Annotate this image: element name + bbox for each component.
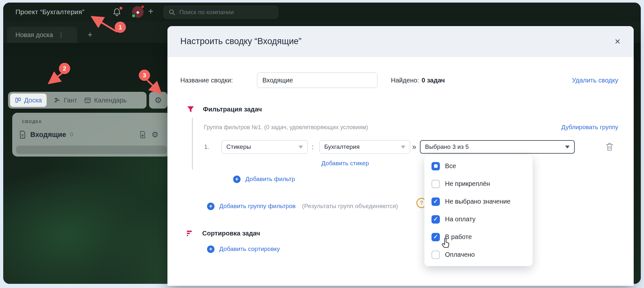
filter-field-dropdown[interactable]: Стикеры xyxy=(222,140,308,154)
avatar-logo-icon: ◆ xyxy=(136,10,139,14)
option-for-payment[interactable]: На оплату xyxy=(424,210,533,228)
found-value: 0 задач xyxy=(421,77,445,84)
add-sort-label: Добавить сортировку xyxy=(219,245,280,253)
gear-icon: ⚙ xyxy=(155,96,162,104)
values-dropdown-value: Выбрано 3 из 5 xyxy=(425,143,469,150)
filter-group-label: Группа фильтров №1. (0 задач, удовлетвор… xyxy=(204,123,368,132)
tab-calendar-label: Календарь xyxy=(94,97,127,104)
filter-group-row: Группа фильтров №1. (0 задач, удовлетвор… xyxy=(167,123,634,132)
search-input[interactable]: Поиск по компании xyxy=(164,6,278,19)
sort-section-header: Сортировка задач xyxy=(186,229,260,238)
board-view-icon xyxy=(15,97,21,103)
delete-summary-link[interactable]: Удалить сводку xyxy=(572,72,618,88)
tab-board-label: Доска xyxy=(24,97,42,104)
svg-text:31: 31 xyxy=(86,100,89,102)
board-settings-button[interactable]: ⚙ xyxy=(149,92,167,109)
plus-circle-icon xyxy=(207,203,214,210)
checkbox[interactable] xyxy=(431,251,440,259)
add-sticker-row: Добавить стикер xyxy=(321,159,369,168)
summary-name-label: Название сводки: xyxy=(180,72,233,88)
modal-title: Настроить сводку “Входящие” xyxy=(180,26,301,57)
avatar[interactable]: ◆ xyxy=(132,6,144,18)
add-sticker-link[interactable]: Добавить стикер xyxy=(321,160,369,167)
calendar-view-icon: 31 xyxy=(84,97,91,104)
avatar-badge-dot xyxy=(141,5,144,8)
option-all[interactable]: Все xyxy=(424,157,533,175)
checkbox[interactable] xyxy=(431,197,440,206)
filter-section-header: Фильтрация задач xyxy=(187,105,262,114)
add-sort-button[interactable]: Добавить сортировку xyxy=(207,244,280,254)
add-filter-group-button[interactable]: Добавить группу фильтров (Результаты гру… xyxy=(207,201,398,211)
chevron-down-icon xyxy=(298,146,303,149)
separator-colon: : xyxy=(312,140,314,154)
duplicate-group-link[interactable]: Дублировать группу xyxy=(561,123,618,132)
values-dropdown[interactable]: Выбрано 3 из 5 xyxy=(420,140,575,154)
tab-gantt-view[interactable]: Гант xyxy=(54,97,77,104)
view-switcher: Доска Гант 31 Календарь xyxy=(8,92,147,109)
option-no-value[interactable]: Не выбрано значение xyxy=(424,193,533,210)
filter-field-value: Стикеры xyxy=(226,143,251,150)
filter-condition-row: 1. Стикеры : Бухгалтерия » Выбрано 3 из … xyxy=(167,140,634,154)
notification-dot xyxy=(119,7,122,10)
modal-header: Настроить сводку “Входящие” ✕ xyxy=(167,26,634,57)
tab-calendar-view[interactable]: 31 Календарь xyxy=(84,97,127,104)
found-label: Найдено: xyxy=(391,77,419,84)
project-title[interactable]: Проект “Бухгалтерия” xyxy=(15,8,84,16)
search-icon xyxy=(168,9,175,16)
export-document-icon[interactable] xyxy=(139,130,146,139)
online-status-dot xyxy=(131,14,136,18)
summary-settings-modal: Настроить сводку “Входящие” ✕ Название с… xyxy=(167,26,634,286)
found-count: Найдено: 0 задач xyxy=(391,72,445,88)
summary-name-row: Название сводки: Найдено: 0 задач Удалит… xyxy=(167,72,634,88)
annotation-badge-2: 2 xyxy=(59,63,70,74)
summary-row[interactable]: Входящие 0 ⚙ xyxy=(19,129,164,140)
chevron-down-icon xyxy=(401,146,405,149)
summary-column-strip xyxy=(16,146,167,154)
annotation-badge-1: 1 xyxy=(115,22,126,33)
filter-row-index: 1. xyxy=(204,140,209,154)
group-union-note: (Результаты групп объединяются) xyxy=(302,203,398,210)
board-tab[interactable]: Новая доска ⋮ xyxy=(7,27,77,43)
summary-type-label: СВОДКА xyxy=(22,119,42,124)
sticker-dropdown[interactable]: Бухгалтерия xyxy=(319,140,410,154)
close-icon[interactable]: ✕ xyxy=(612,36,623,47)
plus-circle-icon xyxy=(207,245,214,253)
add-space-button[interactable]: + xyxy=(148,6,153,16)
sort-section-title: Сортировка задач xyxy=(202,230,260,237)
funnel-icon xyxy=(187,105,194,113)
add-group-label: Добавить группу фильтров xyxy=(219,203,296,210)
sticker-value: Бухгалтерия xyxy=(324,143,360,150)
tab-board-view[interactable]: Доска xyxy=(10,93,47,107)
option-paid[interactable]: Оплачено xyxy=(424,246,533,264)
board-tab-title: Новая доска xyxy=(15,31,53,39)
separator-guillemet: » xyxy=(412,140,416,154)
checkbox[interactable] xyxy=(431,233,440,241)
add-filter-button[interactable]: Добавить фильтр xyxy=(233,174,295,184)
tab-gantt-label: Гант xyxy=(64,97,77,104)
summary-count: 0 xyxy=(70,131,73,138)
summary-panel: СВОДКА Входящие 0 xyxy=(12,113,171,157)
summary-settings-gear-icon[interactable]: ⚙ xyxy=(151,131,158,139)
top-bar: Проект “Бухгалтерия” xyxy=(3,3,641,21)
board-tab-menu-icon[interactable]: ⋮ xyxy=(58,31,64,38)
values-dropdown-panel: Все Не прикреплён Не выбрано значение На… xyxy=(424,155,533,266)
notifications-button[interactable] xyxy=(112,7,122,17)
annotation-badge-3: 3 xyxy=(139,70,150,81)
option-in-progress[interactable]: В работе xyxy=(424,228,533,246)
summary-title: Входящие xyxy=(30,130,66,139)
document-icon xyxy=(19,130,26,139)
checkbox[interactable] xyxy=(431,180,440,188)
filter-section-title: Фильтрация задач xyxy=(203,106,262,113)
add-filter-label: Добавить фильтр xyxy=(245,176,295,183)
add-board-button[interactable]: + xyxy=(88,30,92,40)
chevron-down-icon xyxy=(565,146,570,149)
trash-icon[interactable] xyxy=(605,142,614,152)
search-placeholder: Поиск по компании xyxy=(179,9,234,16)
plus-circle-icon xyxy=(233,176,241,183)
checkbox[interactable] xyxy=(431,162,440,170)
page: Проект “Бухгалтерия” ◆ + Поиск по компан… xyxy=(0,0,644,288)
checkbox[interactable] xyxy=(431,215,440,224)
summary-name-input[interactable] xyxy=(257,72,377,88)
option-not-attached[interactable]: Не прикреплён xyxy=(424,175,533,193)
sort-icon xyxy=(186,229,194,237)
